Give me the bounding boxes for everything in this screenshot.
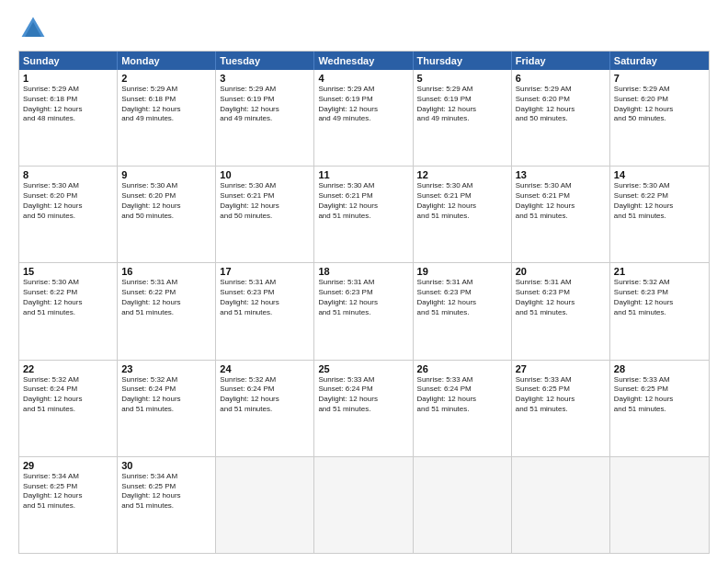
day-number: 7 [614, 73, 705, 84]
page: SundayMondayTuesdayWednesdayThursdayFrid… [0, 0, 728, 563]
day-number: 25 [318, 363, 408, 374]
day-info: Sunrise: 5:30 AM Sunset: 6:21 PM Dayligh… [516, 181, 606, 221]
calendar-cell-23: 23Sunrise: 5:32 AM Sunset: 6:24 PM Dayli… [118, 361, 216, 456]
day-info: Sunrise: 5:30 AM Sunset: 6:20 PM Dayligh… [23, 181, 113, 221]
day-number: 8 [23, 169, 113, 180]
calendar-cell-4: 4Sunrise: 5:29 AM Sunset: 6:19 PM Daylig… [314, 70, 413, 166]
calendar-row-4: 22Sunrise: 5:32 AM Sunset: 6:24 PM Dayli… [19, 360, 709, 456]
calendar-row-5: 29Sunrise: 5:34 AM Sunset: 6:25 PM Dayli… [19, 456, 709, 553]
day-info: Sunrise: 5:33 AM Sunset: 6:25 PM Dayligh… [614, 375, 705, 415]
day-info: Sunrise: 5:29 AM Sunset: 6:18 PM Dayligh… [121, 85, 211, 124]
calendar-cell-17: 17Sunrise: 5:31 AM Sunset: 6:23 PM Dayli… [216, 263, 314, 359]
day-number: 21 [614, 266, 705, 277]
calendar-cell-empty [314, 457, 413, 553]
day-number: 20 [516, 266, 606, 277]
calendar-row-3: 15Sunrise: 5:30 AM Sunset: 6:22 PM Dayli… [19, 262, 709, 359]
day-number: 22 [23, 363, 113, 374]
day-info: Sunrise: 5:31 AM Sunset: 6:22 PM Dayligh… [121, 278, 211, 317]
day-info: Sunrise: 5:30 AM Sunset: 6:21 PM Dayligh… [318, 181, 408, 221]
calendar-cell-2: 2Sunrise: 5:29 AM Sunset: 6:18 PM Daylig… [118, 70, 216, 166]
day-number: 18 [318, 266, 408, 277]
day-number: 27 [516, 363, 606, 374]
day-info: Sunrise: 5:30 AM Sunset: 6:22 PM Dayligh… [23, 278, 113, 317]
calendar-cell-9: 9Sunrise: 5:30 AM Sunset: 6:20 PM Daylig… [118, 167, 216, 262]
calendar-cell-16: 16Sunrise: 5:31 AM Sunset: 6:22 PM Dayli… [118, 263, 216, 359]
day-info: Sunrise: 5:31 AM Sunset: 6:23 PM Dayligh… [417, 278, 507, 317]
day-number: 13 [516, 169, 606, 180]
day-number: 29 [23, 460, 113, 471]
day-number: 12 [417, 169, 507, 180]
logo [18, 14, 51, 43]
calendar-cell-30: 30Sunrise: 5:34 AM Sunset: 6:25 PM Dayli… [118, 457, 216, 553]
day-number: 28 [614, 363, 705, 374]
calendar-cell-22: 22Sunrise: 5:32 AM Sunset: 6:24 PM Dayli… [19, 361, 118, 456]
calendar-row-1: 1Sunrise: 5:29 AM Sunset: 6:18 PM Daylig… [19, 70, 709, 166]
day-info: Sunrise: 5:29 AM Sunset: 6:20 PM Dayligh… [516, 85, 606, 124]
day-number: 5 [417, 73, 507, 84]
calendar-cell-empty [414, 457, 512, 553]
weekday-header-friday: Friday [512, 52, 610, 70]
day-number: 9 [121, 169, 211, 180]
day-number: 16 [121, 266, 211, 277]
calendar-cell-empty [512, 457, 610, 553]
day-number: 10 [220, 169, 310, 180]
weekday-header-sunday: Sunday [19, 52, 118, 70]
calendar-cell-18: 18Sunrise: 5:31 AM Sunset: 6:23 PM Dayli… [314, 263, 413, 359]
day-number: 11 [318, 169, 408, 180]
calendar-cell-6: 6Sunrise: 5:29 AM Sunset: 6:20 PM Daylig… [512, 70, 610, 166]
header [18, 14, 710, 43]
day-number: 2 [121, 73, 211, 84]
calendar-cell-14: 14Sunrise: 5:30 AM Sunset: 6:22 PM Dayli… [610, 167, 709, 262]
day-number: 4 [318, 73, 408, 84]
day-info: Sunrise: 5:31 AM Sunset: 6:23 PM Dayligh… [318, 278, 408, 317]
day-info: Sunrise: 5:32 AM Sunset: 6:24 PM Dayligh… [121, 375, 211, 415]
day-number: 19 [417, 266, 507, 277]
day-info: Sunrise: 5:29 AM Sunset: 6:19 PM Dayligh… [318, 85, 408, 124]
day-info: Sunrise: 5:29 AM Sunset: 6:19 PM Dayligh… [417, 85, 507, 124]
calendar-cell-21: 21Sunrise: 5:32 AM Sunset: 6:23 PM Dayli… [610, 263, 709, 359]
calendar-cell-13: 13Sunrise: 5:30 AM Sunset: 6:21 PM Dayli… [512, 167, 610, 262]
weekday-header-saturday: Saturday [610, 52, 709, 70]
day-info: Sunrise: 5:32 AM Sunset: 6:23 PM Dayligh… [614, 278, 705, 317]
calendar-cell-25: 25Sunrise: 5:33 AM Sunset: 6:24 PM Dayli… [314, 361, 413, 456]
day-number: 17 [220, 266, 310, 277]
day-info: Sunrise: 5:34 AM Sunset: 6:25 PM Dayligh… [23, 472, 113, 511]
day-number: 1 [23, 73, 113, 84]
weekday-header-wednesday: Wednesday [314, 52, 413, 70]
weekday-header-thursday: Thursday [414, 52, 512, 70]
day-info: Sunrise: 5:34 AM Sunset: 6:25 PM Dayligh… [121, 472, 211, 511]
day-info: Sunrise: 5:33 AM Sunset: 6:25 PM Dayligh… [516, 375, 606, 415]
calendar-cell-empty [216, 457, 314, 553]
day-info: Sunrise: 5:33 AM Sunset: 6:24 PM Dayligh… [318, 375, 408, 415]
calendar-cell-27: 27Sunrise: 5:33 AM Sunset: 6:25 PM Dayli… [512, 361, 610, 456]
calendar-cell-empty [610, 457, 709, 553]
calendar-cell-8: 8Sunrise: 5:30 AM Sunset: 6:20 PM Daylig… [19, 167, 118, 262]
day-number: 15 [23, 266, 113, 277]
calendar-cell-15: 15Sunrise: 5:30 AM Sunset: 6:22 PM Dayli… [19, 263, 118, 359]
calendar-cell-3: 3Sunrise: 5:29 AM Sunset: 6:19 PM Daylig… [216, 70, 314, 166]
calendar-cell-24: 24Sunrise: 5:32 AM Sunset: 6:24 PM Dayli… [216, 361, 314, 456]
day-info: Sunrise: 5:29 AM Sunset: 6:20 PM Dayligh… [614, 85, 705, 124]
day-info: Sunrise: 5:32 AM Sunset: 6:24 PM Dayligh… [23, 375, 113, 415]
day-info: Sunrise: 5:32 AM Sunset: 6:24 PM Dayligh… [220, 375, 310, 415]
calendar-header: SundayMondayTuesdayWednesdayThursdayFrid… [19, 52, 709, 70]
day-number: 3 [220, 73, 310, 84]
calendar-cell-10: 10Sunrise: 5:30 AM Sunset: 6:21 PM Dayli… [216, 167, 314, 262]
day-info: Sunrise: 5:29 AM Sunset: 6:19 PM Dayligh… [220, 85, 310, 124]
calendar-cell-11: 11Sunrise: 5:30 AM Sunset: 6:21 PM Dayli… [314, 167, 413, 262]
day-number: 26 [417, 363, 507, 374]
day-number: 23 [121, 363, 211, 374]
calendar-cell-12: 12Sunrise: 5:30 AM Sunset: 6:21 PM Dayli… [414, 167, 512, 262]
calendar: SundayMondayTuesdayWednesdayThursdayFrid… [18, 51, 710, 554]
calendar-cell-7: 7Sunrise: 5:29 AM Sunset: 6:20 PM Daylig… [610, 70, 709, 166]
day-info: Sunrise: 5:31 AM Sunset: 6:23 PM Dayligh… [516, 278, 606, 317]
day-number: 30 [121, 460, 211, 471]
calendar-body: 1Sunrise: 5:29 AM Sunset: 6:18 PM Daylig… [19, 70, 709, 553]
day-number: 24 [220, 363, 310, 374]
weekday-header-monday: Monday [118, 52, 216, 70]
day-info: Sunrise: 5:30 AM Sunset: 6:20 PM Dayligh… [121, 181, 211, 221]
calendar-row-2: 8Sunrise: 5:30 AM Sunset: 6:20 PM Daylig… [19, 166, 709, 262]
calendar-cell-20: 20Sunrise: 5:31 AM Sunset: 6:23 PM Dayli… [512, 263, 610, 359]
day-number: 6 [516, 73, 606, 84]
calendar-cell-26: 26Sunrise: 5:33 AM Sunset: 6:24 PM Dayli… [414, 361, 512, 456]
